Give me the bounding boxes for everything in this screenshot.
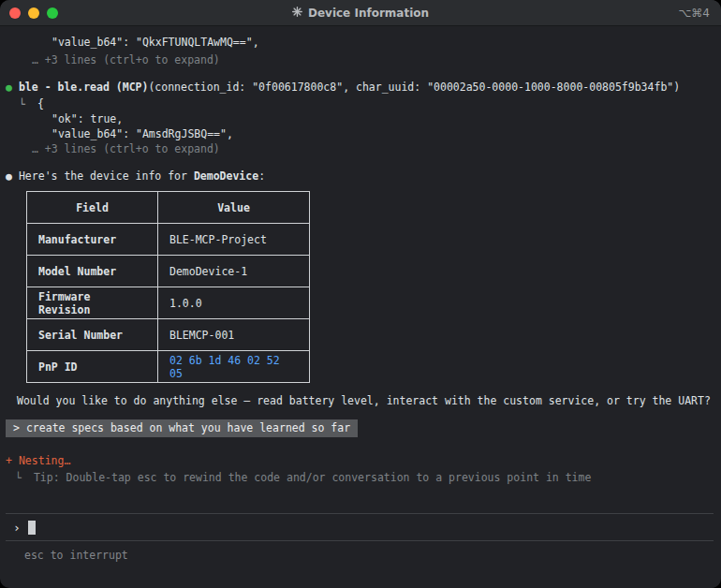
assistant-text: Here's the device info for: [19, 169, 194, 183]
window-title-text: Device Information: [308, 7, 429, 20]
field-cell: Serial Number: [27, 319, 158, 351]
expand-hint-line: … +3 lines (ctrl+o to expand): [32, 51, 714, 69]
result-value-text: "value_b64": "AmsdRgJSBQ==",: [52, 127, 233, 140]
minimize-button[interactable]: [28, 7, 39, 19]
expand-hint-text: … +3 lines (ctrl+o to expand): [32, 53, 220, 66]
window-shortcut: ⌥⌘4: [679, 7, 721, 20]
terminal-window: Device Information ⌥⌘4 "value_b64": "Qkx…: [0, 0, 721, 588]
tool-args: (connection_id: "0f00617800c8", char_uui…: [148, 81, 680, 94]
table-row: Model NumberDemoDevice-1: [27, 256, 310, 287]
tip-text: Tip: Double-tap esc to rewind the code a…: [34, 471, 591, 484]
tip-marker-icon: └: [15, 471, 22, 484]
text-cursor: [28, 521, 36, 535]
tip-line: └Tip: Double-tap esc to rewind the code …: [15, 470, 714, 485]
assistant-message-line: ●Here's the device info for DemoDevice:: [6, 168, 714, 185]
tool-call-line: ●ble - ble.read (MCP)(connection_id: "0f…: [6, 79, 714, 96]
previous-output-line: "value_b64": "QkxFTUNQLTAwMQ==",: [52, 34, 714, 51]
traffic-lights: [0, 7, 58, 19]
table-row: Firmware Revision1.0.0: [27, 287, 310, 319]
result-line: "value_b64": "AmsdRgJSBQ==",: [52, 126, 714, 141]
json-value-line: "value_b64": "QkxFTUNQLTAwMQ==",: [52, 36, 259, 49]
field-cell: PnP ID: [27, 351, 158, 383]
value-cell: BLE-MCP-Project: [158, 224, 310, 256]
prompt-chevron-icon: ›: [13, 521, 21, 535]
field-cell: Model Number: [27, 256, 158, 287]
title-bar: Device Information ⌥⌘4: [0, 0, 721, 26]
queued-text: create specs based on what you have lear…: [26, 421, 350, 434]
value-cell: DemoDevice-1: [158, 256, 310, 287]
table-header-value: Value: [158, 192, 310, 224]
expand-hint-text: … +3 lines (ctrl+o to expand): [32, 142, 220, 155]
table-header-row: FieldValue: [27, 192, 310, 224]
terminal-content: "value_b64": "QkxFTUNQLTAwMQ==", … +3 li…: [0, 26, 721, 562]
queued-prefix: >: [13, 421, 20, 434]
close-button[interactable]: [9, 7, 21, 19]
interrupt-hint: esc to interrupt: [6, 541, 714, 562]
result-open-brace: {: [37, 97, 44, 110]
assistant-bullet-icon: ●: [6, 169, 12, 183]
success-bullet-icon: ●: [6, 81, 12, 94]
table-row: PnP ID02 6b 1d 46 02 52 05: [27, 351, 310, 383]
assistant-question: Would you like to do anything else — rea…: [17, 392, 714, 410]
field-cell: Manufacturer: [27, 224, 158, 256]
result-marker-icon: └: [19, 97, 25, 110]
value-cell: BLEMCP-001: [158, 319, 310, 351]
value-cell-pnp: 02 6b 1d 46 02 52 05: [158, 351, 310, 383]
window-title: Device Information: [292, 7, 429, 20]
status-line: +Nesting…: [6, 452, 714, 470]
result-open-line: └{: [19, 96, 714, 111]
question-text: Would you like to do anything else — rea…: [17, 394, 711, 407]
device-name: DemoDevice: [194, 169, 258, 183]
table-header-field: Field: [27, 192, 158, 224]
status-label: Nesting…: [19, 454, 70, 467]
expand-hint-line: … +3 lines (ctrl+o to expand): [32, 141, 714, 156]
device-info-table: FieldValue ManufacturerBLE-MCP-Project M…: [26, 191, 310, 383]
assistant-text-suffix: :: [258, 169, 265, 183]
zoom-button[interactable]: [47, 7, 58, 19]
result-line: "ok": true,: [52, 111, 714, 126]
result-ok-text: "ok": true,: [52, 112, 123, 125]
prompt-input[interactable]: ›: [6, 513, 714, 541]
table-row: Serial NumberBLEMCP-001: [27, 319, 310, 351]
tool-name: ble - ble.read (MCP): [19, 81, 148, 94]
field-cell: Firmware Revision: [27, 287, 158, 319]
queued-message: >create specs based on what you have lea…: [6, 419, 714, 437]
sparkle-icon: [292, 7, 302, 20]
queued-message-chip: >create specs based on what you have lea…: [6, 419, 358, 437]
value-cell: 1.0.0: [158, 287, 310, 319]
spinner-icon: +: [6, 454, 12, 467]
table-row: ManufacturerBLE-MCP-Project: [27, 224, 310, 256]
